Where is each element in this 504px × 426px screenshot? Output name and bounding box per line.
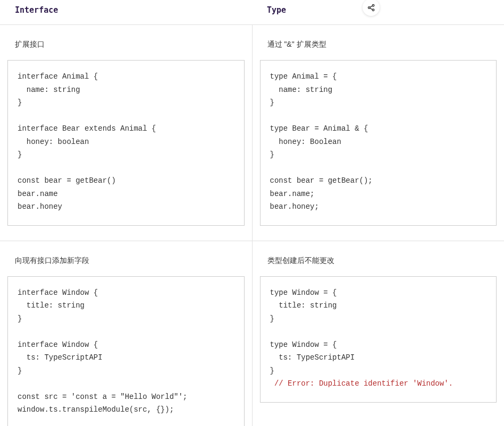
header-row: Interface Type [0, 0, 504, 25]
svg-point-1 [372, 4, 374, 6]
title-augment-type: 类型创建后不能更改 [267, 256, 497, 266]
header-left-text: Interface [15, 5, 58, 15]
row-extend: 扩展接口 interface Animal { name: string } i… [0, 25, 504, 241]
title-extend-interface: 扩展接口 [15, 40, 245, 49]
code-augment-interface: interface Window { title: string } inter… [18, 286, 244, 416]
header-right-text: Type [267, 5, 286, 15]
svg-point-0 [368, 6, 370, 8]
svg-line-3 [369, 6, 372, 7]
header-interface: Interface [0, 0, 252, 25]
code-extend-type: type Animal = { name: string } type Bear… [270, 70, 497, 214]
comparison-table: Interface Type 扩展接口 interface Animal { n… [0, 0, 504, 426]
row-augment: 向现有接口添加新字段 interface Window { title: str… [0, 241, 504, 427]
code-box-augment-interface: interface Window { title: string } inter… [7, 276, 245, 427]
cell-augment-type: 类型创建后不能更改 type Window = { title: string … [252, 241, 504, 427]
title-extend-type: 通过 "&" 扩展类型 [267, 40, 497, 49]
cell-extend-type: 通过 "&" 扩展类型 type Animal = { name: string… [252, 25, 504, 241]
code-augment-type: type Window = { title: string } type Win… [270, 286, 497, 378]
svg-line-4 [369, 8, 372, 10]
code-extend-interface: interface Animal { name: string } interf… [18, 70, 244, 214]
svg-point-2 [372, 8, 374, 11]
cell-extend-interface: 扩展接口 interface Animal { name: string } i… [0, 25, 252, 241]
code-box-extend-type: type Animal = { name: string } type Bear… [260, 60, 497, 226]
code-box-augment-type: type Window = { title: string } type Win… [260, 276, 497, 403]
code-box-extend-interface: interface Animal { name: string } interf… [7, 60, 245, 226]
title-augment-interface: 向现有接口添加新字段 [15, 256, 245, 266]
code-error-message: // Error: Duplicate identifier 'Window'. [270, 377, 497, 390]
cell-augment-interface: 向现有接口添加新字段 interface Window { title: str… [0, 241, 252, 427]
